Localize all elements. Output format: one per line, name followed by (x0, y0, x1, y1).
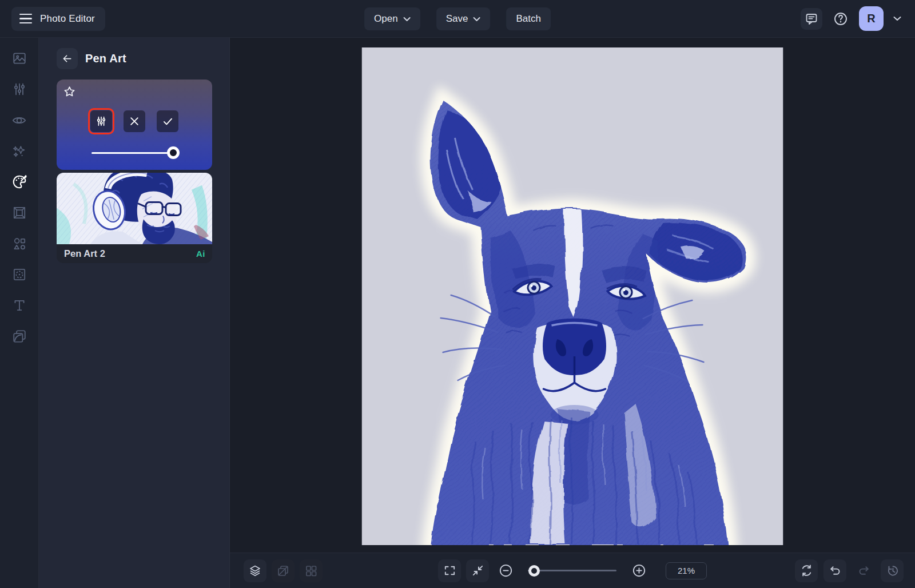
zoom-slider-track[interactable] (528, 570, 616, 571)
layers-button[interactable] (244, 559, 266, 582)
image-icon (12, 51, 27, 66)
open-button[interactable]: Open (364, 7, 420, 30)
slider-track[interactable] (92, 152, 177, 154)
adjustments-icon (12, 82, 27, 97)
eye-icon (11, 113, 27, 128)
undo-icon (829, 564, 842, 577)
preset-card-pen-art-2[interactable]: Pen Art 2 Ai (57, 173, 212, 263)
texture-icon (12, 267, 27, 282)
tool-rail (0, 38, 39, 588)
reset-button[interactable] (795, 559, 818, 582)
app-switcher-button[interactable]: Photo Editor (11, 7, 105, 31)
topbar-right: R (801, 6, 904, 31)
chevron-down-icon (403, 17, 411, 22)
frame-icon (12, 205, 27, 220)
chevron-down-icon (893, 16, 901, 21)
preset-thumbnail-image (57, 173, 212, 244)
effect-action-row (57, 110, 212, 132)
sidebar-item-effects[interactable] (8, 170, 31, 193)
zoom-in-icon (632, 563, 646, 578)
sliders-icon (95, 115, 108, 128)
history-tools-group (795, 559, 904, 582)
help-button[interactable] (830, 8, 852, 30)
avatar[interactable]: R (859, 6, 884, 31)
panel-title: Pen Art (85, 52, 126, 65)
slider-knob[interactable] (167, 146, 180, 159)
effect-adjust-button[interactable] (90, 110, 112, 132)
batch-button-label: Batch (516, 13, 540, 25)
back-button[interactable] (57, 48, 78, 69)
topbar-actions: Open Save Batch (364, 0, 551, 38)
chevron-down-icon (473, 17, 480, 22)
effect-apply-button[interactable] (157, 110, 178, 132)
panel-header: Pen Art (57, 48, 212, 69)
main-area: Pen Art (0, 38, 915, 588)
top-bar: Photo Editor Open Save Batch (0, 0, 915, 38)
compare-icon (276, 564, 290, 578)
palette-icon (11, 174, 27, 190)
close-icon (129, 116, 140, 127)
effect-intensity-slider[interactable] (92, 146, 177, 159)
account-menu-toggle[interactable] (891, 14, 904, 23)
menu-icon (19, 14, 32, 24)
view-tools-group (244, 559, 323, 582)
status-bar: 21% (230, 553, 915, 588)
collage-icon (12, 329, 27, 344)
grid-icon (304, 564, 318, 578)
feedback-button[interactable] (801, 8, 822, 30)
history-icon (886, 564, 899, 577)
grid-view-button[interactable] (300, 559, 323, 582)
avatar-initial: R (867, 12, 875, 25)
sidebar-item-retouch[interactable] (8, 109, 31, 132)
fullscreen-icon (443, 564, 456, 577)
fit-screen-button[interactable] (466, 559, 489, 582)
batch-button[interactable]: Batch (506, 7, 550, 30)
preset-label: Pen Art 2 (64, 248, 105, 259)
save-button-label: Save (446, 13, 468, 25)
compare-button[interactable] (272, 559, 295, 582)
check-icon (162, 116, 174, 128)
reset-icon (800, 564, 813, 577)
canvas-image[interactable] (362, 47, 783, 545)
effects-panel: Pen Art (39, 38, 230, 588)
zoom-slider-knob[interactable] (528, 565, 540, 577)
fit-screen-icon (471, 564, 484, 577)
save-button[interactable]: Save (436, 7, 491, 30)
undo-button[interactable] (824, 559, 846, 582)
layers-icon (248, 564, 262, 578)
redo-icon (857, 564, 870, 577)
sparkles-icon (11, 144, 27, 159)
app-title: Photo Editor (40, 13, 95, 25)
sidebar-item-text[interactable] (8, 294, 31, 317)
canvas-workspace: 21% (230, 38, 915, 588)
selected-effect-card[interactable] (57, 80, 212, 170)
star-icon (63, 85, 76, 98)
history-button[interactable] (881, 559, 904, 582)
zoom-percent-readout[interactable]: 21% (666, 562, 707, 579)
text-icon (12, 298, 27, 313)
sidebar-item-textures[interactable] (8, 263, 31, 286)
open-button-label: Open (374, 13, 398, 25)
zoom-controls-group: 21% (438, 559, 707, 582)
sidebar-item-photos[interactable] (8, 47, 31, 70)
redo-button[interactable] (852, 559, 875, 582)
ai-badge: Ai (196, 249, 205, 259)
help-icon (833, 11, 848, 26)
sidebar-item-frames[interactable] (8, 201, 31, 224)
sidebar-item-ai-tools[interactable] (8, 140, 31, 162)
sidebar-item-adjust[interactable] (8, 78, 31, 101)
sidebar-item-collage[interactable] (8, 325, 31, 348)
photo-editor-app: Photo Editor Open Save Batch (0, 0, 915, 588)
zoom-out-icon (499, 563, 513, 578)
back-arrow-icon (61, 53, 73, 65)
effect-cancel-button[interactable] (124, 110, 145, 132)
comment-icon (805, 12, 818, 26)
sidebar-item-shapes[interactable] (8, 232, 31, 255)
favorite-star-button[interactable] (63, 85, 76, 101)
preset-meta: Pen Art 2 Ai (57, 244, 212, 263)
zoom-slider[interactable] (528, 565, 616, 577)
zoom-out-button[interactable] (494, 559, 517, 582)
shapes-icon (12, 236, 27, 251)
fullscreen-button[interactable] (438, 559, 461, 582)
zoom-in-button[interactable] (627, 559, 650, 582)
